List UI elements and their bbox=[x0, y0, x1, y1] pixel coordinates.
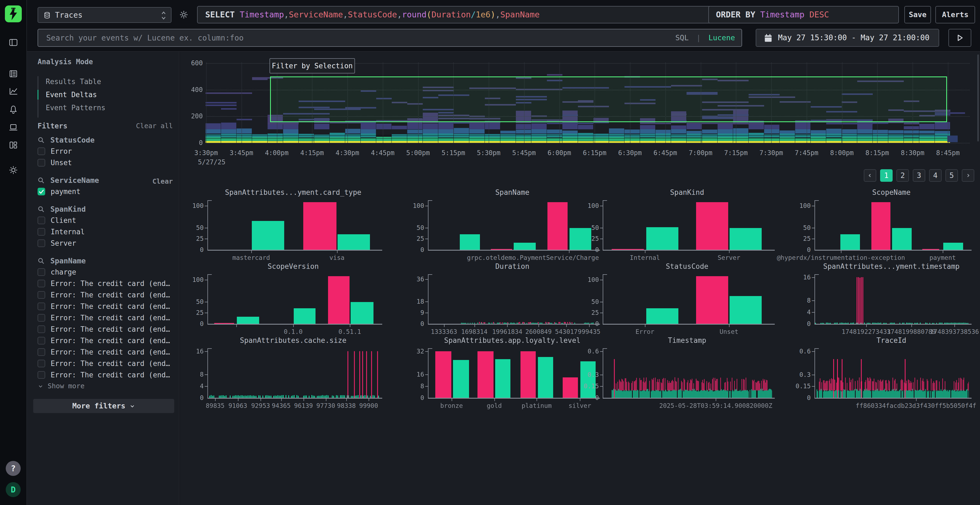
checkbox[interactable] bbox=[38, 371, 45, 379]
clear-all-link[interactable]: Clear all bbox=[136, 122, 173, 130]
bar-baseline bbox=[294, 308, 315, 324]
source-settings-gear-icon[interactable] bbox=[176, 6, 192, 23]
filter-option[interactable]: Error: The credit card (end… bbox=[27, 289, 180, 301]
gear-icon[interactable] bbox=[8, 165, 18, 175]
checkbox[interactable] bbox=[38, 159, 45, 167]
layout-grid-icon[interactable] bbox=[8, 140, 18, 150]
filter-option[interactable]: Server bbox=[27, 238, 180, 249]
clear-link[interactable]: Clear bbox=[153, 176, 173, 187]
heatmap-y-tick: 0 bbox=[184, 139, 203, 147]
filter-option[interactable]: Error: The credit card (end… bbox=[27, 312, 180, 324]
help-button[interactable]: ? bbox=[6, 461, 21, 476]
filter-option[interactable]: Error: The credit card (end… bbox=[27, 278, 180, 289]
filter-option[interactable]: Error: The credit card (end… bbox=[27, 346, 180, 358]
x-tick-label: Unset bbox=[719, 328, 738, 335]
pagination-page-2[interactable]: 2 bbox=[896, 169, 909, 182]
save-button[interactable]: Save bbox=[904, 6, 931, 24]
scrollbar[interactable] bbox=[977, 54, 979, 141]
mini-chart-plot bbox=[207, 348, 379, 398]
filter-option[interactable]: Error bbox=[27, 146, 180, 157]
line-chart-icon[interactable] bbox=[8, 86, 18, 96]
filter-by-selection-tooltip[interactable]: Filter by Selection bbox=[269, 58, 355, 73]
filter-option-label: Error: The credit card (end… bbox=[51, 324, 170, 335]
filter-option[interactable]: Error: The credit card (end… bbox=[27, 324, 180, 335]
checkbox[interactable] bbox=[38, 280, 45, 287]
pagination-page-4[interactable]: 4 bbox=[929, 169, 942, 182]
checkbox[interactable] bbox=[38, 228, 45, 236]
more-filters-button[interactable]: More filters bbox=[33, 399, 174, 413]
app-logo[interactable] bbox=[5, 5, 22, 22]
mini-chart-spanattributes-yment-card-type: SpanAttributes...yment.card_type02550100… bbox=[182, 188, 381, 270]
orderby-input[interactable]: ORDER BY Timestamp DESC bbox=[708, 6, 899, 24]
bar-selection bbox=[491, 249, 512, 250]
search-input[interactable] bbox=[38, 29, 664, 46]
lucene-toggle[interactable]: Lucene bbox=[708, 33, 735, 42]
search-bar: SQL | Lucene bbox=[38, 29, 742, 47]
sql-toggle[interactable]: SQL bbox=[675, 33, 689, 42]
alerts-button[interactable]: Alerts bbox=[935, 6, 975, 24]
bar-baseline bbox=[237, 317, 259, 324]
filter-option[interactable]: Error: The credit card (end… bbox=[27, 358, 180, 369]
select-query-input[interactable]: SELECT Timestamp,ServiceName,StatusCode,… bbox=[197, 6, 731, 24]
mini-chart-plot bbox=[207, 274, 379, 324]
query-token: round bbox=[402, 10, 426, 19]
x-tick-label: 19961834 bbox=[492, 328, 522, 335]
pagination-page-5[interactable]: 5 bbox=[945, 169, 958, 182]
stripe-canvas bbox=[208, 348, 379, 398]
filter-option[interactable]: Unset bbox=[27, 157, 180, 168]
filter-option[interactable]: Client bbox=[27, 215, 180, 226]
pagination-page-3[interactable]: 3 bbox=[913, 169, 925, 182]
filter-option[interactable]: charge bbox=[27, 266, 180, 278]
query-token: , bbox=[397, 10, 402, 19]
filter-group-name: ServiceName bbox=[50, 176, 99, 184]
source-selector[interactable]: Traces bbox=[38, 7, 172, 23]
filter-option[interactable]: payment bbox=[27, 186, 180, 197]
pagination-page-1[interactable]: 1 bbox=[880, 169, 892, 182]
y-tick-label: 0.15 bbox=[578, 383, 599, 390]
heatmap-selection-rect[interactable] bbox=[270, 76, 947, 122]
filter-option[interactable]: Error: The credit card (end… bbox=[27, 335, 180, 346]
checkbox[interactable] bbox=[38, 240, 45, 247]
heatmap-x-tick: 8:45pm bbox=[936, 149, 960, 157]
x-tick-label: 0.1.0 bbox=[284, 328, 302, 335]
analysis-mode-item-event-deltas[interactable]: Event Deltas bbox=[38, 88, 174, 101]
pagination-prev[interactable] bbox=[864, 169, 876, 182]
laptop-icon[interactable] bbox=[8, 122, 18, 132]
query-language-toggle[interactable]: SQL | Lucene bbox=[675, 29, 735, 46]
checkbox[interactable] bbox=[38, 217, 45, 224]
checkbox[interactable] bbox=[38, 268, 45, 276]
mini-chart-traceid: TraceId00.150.30.6ff860334facdb23d3f430f… bbox=[789, 336, 970, 418]
y-tick-label: 100 bbox=[182, 276, 204, 283]
checkbox[interactable] bbox=[38, 326, 45, 333]
mini-chart-title: StatusCode bbox=[603, 262, 772, 270]
analysis-mode-item-event-patterns[interactable]: Event Patterns bbox=[38, 101, 174, 114]
analysis-mode-item-results-table[interactable]: Results Table bbox=[38, 75, 174, 88]
panel-left-icon[interactable] bbox=[8, 38, 18, 48]
notebook-icon[interactable] bbox=[8, 69, 18, 79]
run-query-button[interactable] bbox=[948, 29, 971, 47]
avatar[interactable]: D bbox=[6, 482, 21, 497]
date-range-picker[interactable]: May 27 15:30:00 - May 27 21:00:00 bbox=[756, 29, 939, 47]
pagination-next[interactable] bbox=[962, 169, 974, 182]
filter-option[interactable]: Error: The credit card (end… bbox=[27, 301, 180, 312]
checkbox-checked[interactable] bbox=[38, 188, 45, 195]
checkbox[interactable] bbox=[38, 314, 45, 322]
checkbox[interactable] bbox=[38, 148, 45, 155]
filter-option[interactable]: Internal bbox=[27, 226, 180, 238]
mini-chart-plot bbox=[815, 200, 968, 250]
checkbox[interactable] bbox=[38, 291, 45, 299]
bar-baseline bbox=[730, 228, 762, 250]
stripe-canvas bbox=[603, 348, 772, 398]
bar-selection bbox=[696, 202, 728, 250]
bell-icon[interactable] bbox=[8, 105, 18, 114]
heatmap-x-tick: 5:15pm bbox=[442, 149, 465, 157]
filter-option[interactable]: Error: The credit card (end… bbox=[27, 369, 180, 381]
mini-chart-plot bbox=[428, 348, 597, 398]
y-tick-label: 50 bbox=[182, 298, 204, 305]
show-more-link[interactable]: Show more bbox=[27, 381, 180, 392]
checkbox[interactable] bbox=[38, 348, 45, 356]
x-tick-label: platinum bbox=[522, 402, 552, 409]
checkbox[interactable] bbox=[38, 337, 45, 345]
checkbox[interactable] bbox=[38, 360, 45, 367]
checkbox[interactable] bbox=[38, 303, 45, 310]
